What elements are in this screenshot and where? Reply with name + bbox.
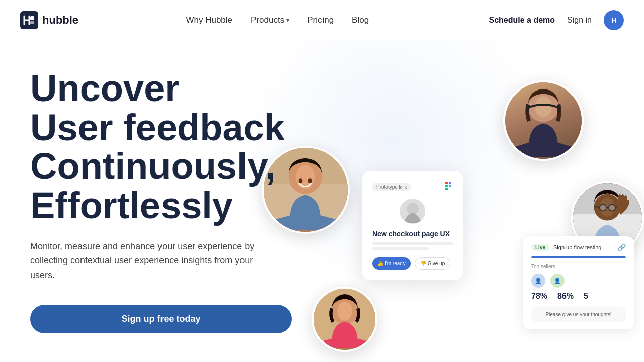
figma-icon bbox=[444, 181, 453, 193]
hero-section: Uncover User feedback Continuously, Effo… bbox=[0, 40, 644, 362]
thumbsdown-icon: 👎 bbox=[420, 261, 426, 266]
logo-text: hubble bbox=[42, 14, 78, 27]
navbar: hubble Why Hubble Products Pricing Blog … bbox=[0, 0, 644, 40]
svg-rect-28 bbox=[449, 185, 451, 187]
stat-1: 78% bbox=[531, 292, 547, 301]
ui-card-lines bbox=[372, 242, 453, 250]
user-avatar[interactable]: H bbox=[604, 10, 624, 30]
ui-card-line-2 bbox=[372, 247, 429, 250]
im-ready-button[interactable]: 👍 I'm ready bbox=[372, 257, 411, 270]
logo[interactable]: hubble bbox=[20, 11, 78, 29]
ui-card-line-1 bbox=[372, 242, 453, 245]
nav-blog[interactable]: Blog bbox=[352, 15, 369, 25]
hubble-logo-icon bbox=[20, 11, 38, 29]
svg-rect-5 bbox=[526, 105, 529, 112]
nav-right: Schedule a demo Sign in H bbox=[476, 10, 624, 30]
person-circle-bottom bbox=[312, 287, 377, 352]
person-circle-top bbox=[503, 80, 584, 161]
svg-point-11 bbox=[299, 178, 303, 183]
svg-point-12 bbox=[308, 178, 312, 183]
ui-card-buttons: 👍 I'm ready 👎 Give up bbox=[372, 257, 453, 270]
hero-right: Prototype link New checkout bbox=[252, 40, 644, 362]
ui-card-title: New checkout page UX bbox=[372, 230, 453, 238]
link-icon: 🔗 bbox=[617, 243, 626, 251]
svg-point-10 bbox=[296, 165, 315, 189]
ui-card-label: Prototype link bbox=[372, 183, 411, 191]
svg-point-4 bbox=[535, 96, 552, 117]
stats-avatar-2: 👤 bbox=[550, 274, 565, 288]
ui-card: Prototype link New checkout bbox=[362, 171, 463, 280]
svg-rect-6 bbox=[558, 105, 561, 112]
svg-rect-1 bbox=[30, 16, 34, 20]
nav-products[interactable]: Products bbox=[251, 15, 289, 25]
flow-badge-row: Live Sign up flow testing 🔗 bbox=[531, 243, 626, 251]
svg-rect-29 bbox=[445, 188, 448, 190]
top-sellers-label: Top sellers bbox=[531, 264, 626, 269]
svg-rect-27 bbox=[445, 185, 448, 187]
stat-3: 5 bbox=[584, 292, 588, 301]
thumbsup-icon: 👍 bbox=[377, 261, 383, 266]
ui-card-top: Prototype link bbox=[372, 181, 453, 193]
svg-line-23 bbox=[594, 207, 600, 207]
hero-title: Uncover User feedback Continuously, Effo… bbox=[30, 69, 292, 225]
svg-rect-25 bbox=[445, 182, 448, 184]
flow-testing-panel: Live Sign up flow testing 🔗 Top sellers … bbox=[523, 236, 634, 329]
svg-point-21 bbox=[609, 204, 615, 211]
svg-point-20 bbox=[600, 204, 606, 211]
stats-row: 👤 👤 bbox=[531, 274, 626, 288]
progress-bar bbox=[531, 256, 626, 258]
stats-avatar: 👤 bbox=[531, 274, 545, 288]
feedback-prompt: Please give us your thoughts! bbox=[531, 307, 626, 322]
hero-left: Uncover User feedback Continuously, Effo… bbox=[0, 40, 292, 362]
svg-point-15 bbox=[337, 302, 352, 321]
svg-rect-26 bbox=[449, 182, 451, 184]
nav-pricing[interactable]: Pricing bbox=[307, 15, 334, 25]
signup-cta-button[interactable]: Sign up free today bbox=[30, 305, 292, 333]
nav-links: Why Hubble Products Pricing Blog bbox=[186, 15, 369, 25]
give-up-button[interactable]: 👎 Give up bbox=[415, 257, 450, 270]
stat-2: 86% bbox=[557, 292, 574, 301]
sign-in-link[interactable]: Sign in bbox=[567, 16, 592, 25]
live-badge: Live bbox=[531, 244, 549, 251]
nav-divider bbox=[476, 13, 476, 27]
hero-subtitle: Monitor, measure and enhance your user e… bbox=[30, 239, 262, 283]
schedule-demo-link[interactable]: Schedule a demo bbox=[489, 16, 555, 25]
flow-label: Sign up flow testing bbox=[553, 244, 601, 250]
ui-card-thumb bbox=[400, 199, 425, 224]
stats-numbers: 78% 86% 5 bbox=[531, 292, 626, 301]
nav-why-hubble[interactable]: Why Hubble bbox=[186, 15, 232, 25]
svg-rect-2 bbox=[30, 21, 34, 24]
